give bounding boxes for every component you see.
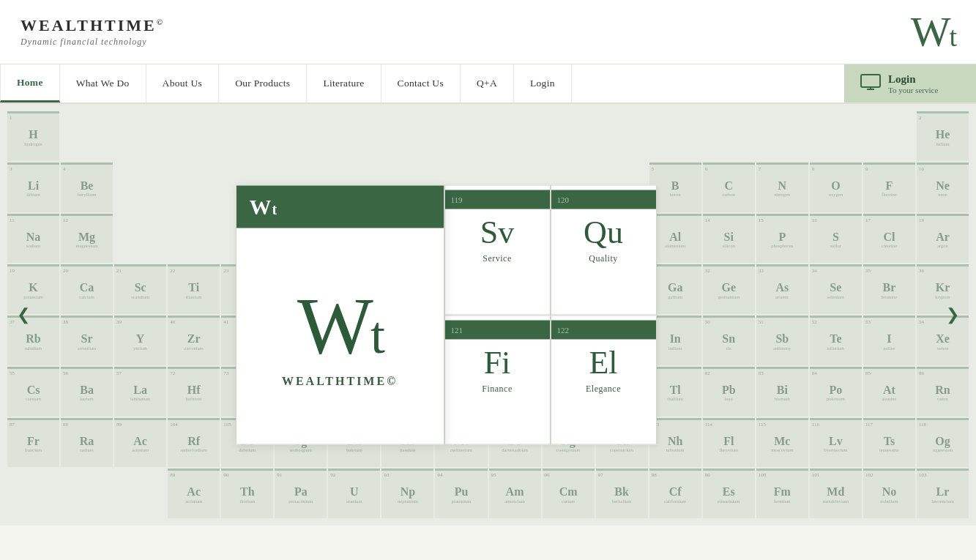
card-elegance-header: 122 — [551, 320, 656, 339]
login-text: Login To your service — [888, 73, 938, 94]
nav-our-products[interactable]: Our Products — [219, 64, 307, 102]
hero-section: 1Hhydrogen2Hehelium3Lilithium4Beberylliu… — [0, 104, 976, 526]
nav-login-button[interactable]: Login To your service — [844, 64, 976, 102]
card-finance-header: 121 — [445, 320, 550, 339]
header: WEALTHTIME© Dynamic financial technology… — [0, 0, 976, 64]
card-elegance: 122 El Elegance — [551, 315, 657, 445]
login-label: Login — [888, 73, 938, 86]
next-arrow[interactable]: ❯ — [939, 302, 966, 328]
card-finance: 121 Fi Finance — [444, 315, 551, 445]
card-finance-symbol: Fi — [484, 345, 511, 380]
logo-copyright: © — [157, 18, 165, 26]
wt-card-body: Wt WEALTHTIME© — [236, 228, 444, 444]
card-quality-header: 120 — [551, 190, 656, 209]
card-finance-num: 121 — [451, 325, 463, 334]
navigation: Home What We Do About Us Our Products Li… — [0, 64, 976, 104]
prev-arrow[interactable]: ❮ — [10, 302, 37, 328]
logo-text: WEALTHTIME© — [21, 16, 165, 35]
monitor-icon — [860, 74, 881, 93]
svg-rect-0 — [861, 75, 880, 87]
login-sub: To your service — [888, 86, 938, 94]
nav-login-link[interactable]: Login — [514, 64, 572, 102]
card-group: Wt Wt WEALTHTIME© 119 Sv Service — [236, 185, 657, 445]
card-quality-name: Quality — [589, 253, 618, 264]
nav-home[interactable]: Home — [0, 64, 60, 102]
logo: WEALTHTIME© Dynamic financial technology — [21, 16, 165, 48]
nav-qna[interactable]: Q+A — [461, 64, 514, 102]
card-elegance-symbol: El — [589, 345, 617, 380]
nav-what-we-do[interactable]: What We Do — [60, 64, 146, 102]
card-service-name: Service — [483, 253, 511, 264]
wt-card-header: Wt — [236, 186, 444, 228]
wt-large-logo: Wt — [297, 285, 382, 365]
wt-header-text: Wt — [250, 195, 278, 220]
wt-brand-name: WEALTHTIME© — [282, 374, 398, 387]
small-cards-grid: 119 Sv Service 120 Qu Quality 121 — [444, 185, 657, 445]
card-service-num: 119 — [451, 195, 463, 204]
hero-overlay: ❮ Wt Wt WEALTHTIME© 119 — [0, 104, 976, 526]
wt-main-card: Wt Wt WEALTHTIME© — [236, 185, 444, 445]
card-service: 119 Sv Service — [444, 185, 551, 316]
card-quality: 120 Qu Quality — [551, 185, 657, 316]
card-elegance-name: Elegance — [586, 383, 621, 394]
card-quality-num: 120 — [557, 195, 570, 204]
card-service-symbol: Sv — [480, 215, 514, 250]
nav-literature[interactable]: Literature — [307, 64, 381, 102]
card-service-header: 119 — [445, 190, 550, 209]
logo-subtitle: Dynamic financial technology — [21, 37, 165, 48]
logo-w: W — [911, 8, 950, 56]
card-quality-symbol: Qu — [584, 215, 623, 250]
logo-name: WEALTHTIME — [21, 16, 157, 34]
logo-t: t — [949, 21, 955, 52]
logo-wt-right: Wt — [911, 11, 955, 53]
card-finance-name: Finance — [482, 383, 513, 394]
nav-about-us[interactable]: About Us — [146, 64, 220, 102]
card-elegance-num: 122 — [557, 325, 570, 334]
nav-contact-us[interactable]: Contact Us — [381, 64, 461, 102]
